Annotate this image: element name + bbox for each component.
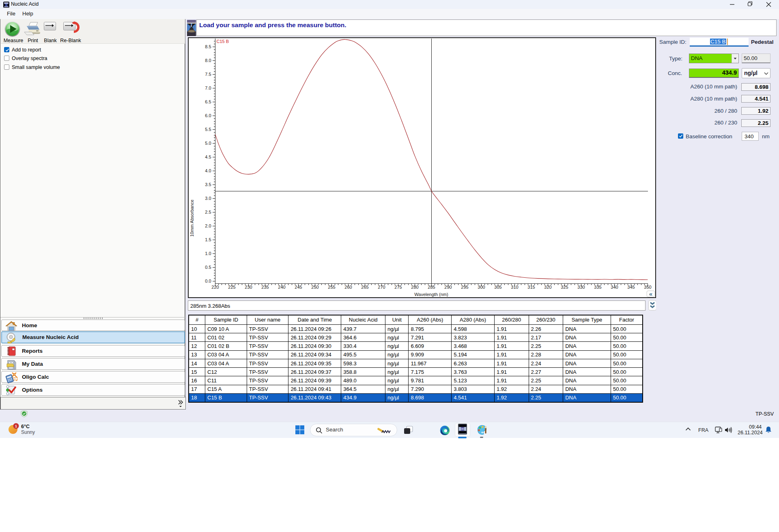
- svg-text:0.5: 0.5: [205, 265, 211, 270]
- svg-text:280: 280: [411, 285, 418, 290]
- svg-text:5.0: 5.0: [205, 141, 211, 146]
- svg-text:290: 290: [444, 285, 452, 290]
- svg-text:3.0: 3.0: [205, 196, 211, 201]
- svg-text:345: 345: [627, 285, 635, 290]
- svg-text:325: 325: [561, 285, 568, 290]
- svg-text:265: 265: [361, 285, 368, 290]
- svg-text:250: 250: [311, 285, 318, 290]
- svg-text:310: 310: [511, 285, 518, 290]
- svg-text:330: 330: [577, 285, 585, 290]
- svg-text:7.0: 7.0: [205, 86, 211, 90]
- svg-text:C15 B: C15 B: [217, 39, 229, 44]
- svg-text:10mm Absorbance: 10mm Absorbance: [189, 200, 194, 237]
- svg-text:320: 320: [544, 285, 551, 290]
- svg-text:2.0: 2.0: [205, 223, 211, 228]
- svg-text:245: 245: [295, 285, 302, 290]
- svg-text:Wavelength (nm): Wavelength (nm): [414, 292, 448, 297]
- svg-text:3.5: 3.5: [205, 182, 211, 187]
- svg-text:5.5: 5.5: [205, 127, 211, 132]
- svg-text:0.0: 0.0: [205, 279, 211, 283]
- svg-text:300: 300: [478, 285, 485, 290]
- svg-text:315: 315: [527, 285, 535, 290]
- svg-text:305: 305: [494, 285, 501, 290]
- svg-text:1: 1: [15, 424, 17, 428]
- svg-text:1.5: 1.5: [205, 237, 211, 242]
- svg-text:225: 225: [228, 285, 235, 290]
- svg-text:285: 285: [428, 285, 435, 290]
- svg-text:6.5: 6.5: [205, 99, 211, 104]
- svg-text:270: 270: [378, 285, 385, 290]
- svg-text:4.5: 4.5: [205, 154, 211, 159]
- svg-text:8.0: 8.0: [205, 58, 211, 63]
- svg-text:340: 340: [611, 285, 618, 290]
- svg-text:230: 230: [245, 285, 252, 290]
- svg-text:4.0: 4.0: [205, 168, 211, 173]
- svg-text:295: 295: [461, 285, 468, 290]
- svg-text:255: 255: [328, 285, 335, 290]
- svg-text:335: 335: [594, 285, 601, 290]
- svg-text:6.0: 6.0: [205, 113, 211, 118]
- svg-text:7.5: 7.5: [205, 72, 211, 77]
- svg-text:2.5: 2.5: [205, 210, 211, 215]
- svg-text:220: 220: [211, 285, 219, 290]
- svg-text:235: 235: [261, 285, 269, 290]
- svg-text:1.0: 1.0: [205, 251, 211, 256]
- svg-text:240: 240: [278, 285, 285, 290]
- svg-text:«: «: [649, 290, 652, 297]
- svg-text:350: 350: [644, 285, 651, 290]
- svg-text:8.5: 8.5: [205, 44, 211, 49]
- svg-text:275: 275: [394, 285, 402, 290]
- svg-text:260: 260: [344, 285, 352, 290]
